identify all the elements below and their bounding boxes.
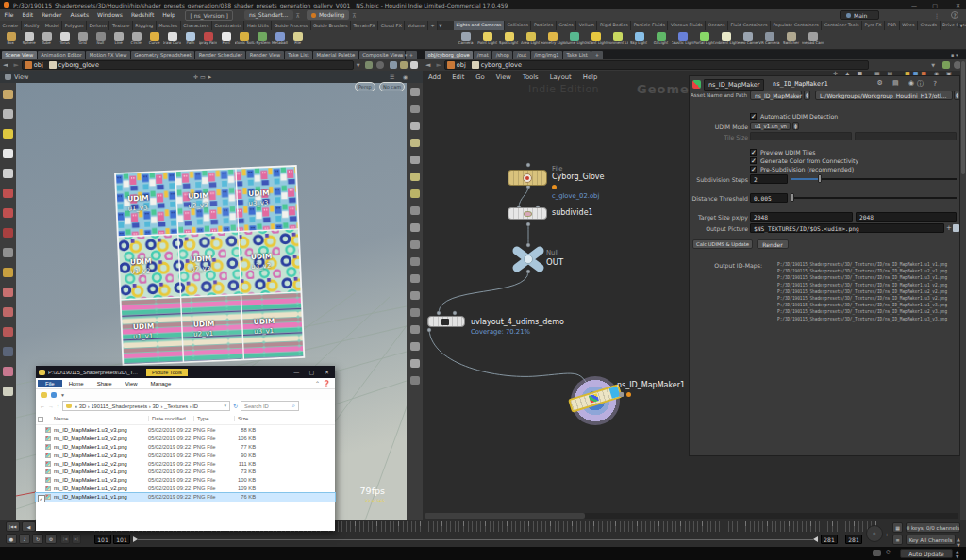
- nav-forward-icon[interactable]: →: [48, 404, 54, 409]
- pane-tab[interactable]: Geometry Spreadsheet: [131, 51, 194, 59]
- shelf-tab[interactable]: Guide Brushes: [311, 21, 351, 30]
- shelf-tool[interactable]: Torus: [56, 31, 74, 45]
- share-tab[interactable]: Share: [91, 380, 119, 387]
- shelf-tab[interactable]: Grains: [557, 21, 577, 30]
- net-path-node[interactable]: cyborg_glove: [481, 61, 522, 69]
- ns_ID_MapMaker1.u3_v1.png[interactable]: ns_ID_MapMaker1.u3_v1.png 05/02/2019 09:…: [36, 443, 335, 452]
- forward-icon[interactable]: ►: [10, 61, 21, 69]
- shelf-tab[interactable]: Particles: [531, 21, 556, 30]
- shelf-tool[interactable]: Switcher: [780, 31, 802, 45]
- playback-start-field[interactable]: 101: [113, 535, 130, 544]
- shelf-tab[interactable]: Volume: [405, 21, 428, 30]
- multi-icon[interactable]: [410, 223, 420, 232]
- network-menu-item[interactable]: Go: [470, 74, 490, 81]
- pane-tab[interactable]: Take List: [563, 51, 591, 59]
- kebab-menu-icon[interactable]: ⋮: [934, 12, 940, 19]
- file-tab[interactable]: File: [38, 380, 62, 387]
- tile-size-x-field[interactable]: [750, 132, 852, 140]
- file-node-label[interactable]: Cyborg_Glove: [552, 173, 605, 181]
- menu-item[interactable]: File: [0, 9, 18, 21]
- box-select-icon[interactable]: [3, 169, 13, 178]
- date-column[interactable]: Date modified: [148, 416, 186, 421]
- paint-icon[interactable]: [3, 327, 13, 337]
- maximize-button[interactable]: ▢: [932, 2, 938, 8]
- net-forward-icon[interactable]: ►: [433, 61, 443, 69]
- normals-icon[interactable]: [410, 274, 420, 283]
- asset-path-spinner[interactable]: ▲▼: [954, 91, 960, 100]
- shelf-tab[interactable]: Vellum: [576, 21, 597, 30]
- menu-item[interactable]: Assets: [66, 9, 93, 21]
- shelf-tab[interactable]: Polygon: [62, 21, 87, 30]
- shelf-tool[interactable]: Spray Paint: [199, 31, 217, 45]
- shelf-tool[interactable]: Geometry Light: [541, 31, 563, 45]
- sculpt-icon[interactable]: [3, 307, 13, 317]
- preview-udim-checkbox[interactable]: ✓: [750, 149, 757, 156]
- shelf-tool[interactable]: Curve: [145, 31, 163, 45]
- close-button[interactable]: ✕: [956, 2, 960, 8]
- pane-tab[interactable]: /shop: [492, 51, 512, 59]
- shelf-tab[interactable]: Crowds: [918, 21, 941, 30]
- menu-item[interactable]: Redshift: [126, 9, 158, 21]
- address-dropdown-icon[interactable]: ▼: [224, 404, 229, 408]
- pane-tab[interactable]: Motion FX View: [86, 51, 130, 59]
- shelf-tab[interactable]: TerrainFX: [351, 21, 378, 30]
- play-reverse-button[interactable]: ◀: [22, 521, 36, 532]
- playback-end-field[interactable]: 281: [821, 535, 838, 544]
- layout-icon[interactable]: [410, 88, 420, 96]
- viewbar-center-icons[interactable]: ✛ ▭ ➤: [193, 74, 212, 80]
- playbar-zoom-control[interactable]: ⌕: [866, 525, 883, 542]
- pane-tab[interactable]: Render Scheduler: [195, 51, 245, 59]
- pane-split-icon-right[interactable]: ▪ ▾: [951, 52, 958, 58]
- ns_ID_MapMaker1.u3_v3.png[interactable]: ns_ID_MapMaker1.u3_v3.png 05/02/2019 09:…: [36, 426, 335, 435]
- shelf-tab[interactable]: Collisions: [505, 21, 532, 30]
- shelf-tab[interactable]: Deform: [87, 21, 110, 30]
- ns_ID_MapMaker1.u3_v2.png[interactable]: ns_ID_MapMaker1.u3_v2.png 05/02/2019 09:…: [36, 435, 335, 443]
- calc-udims-button[interactable]: Calc UDIMS & Update: [692, 239, 753, 249]
- message-icon[interactable]: [873, 550, 881, 556]
- camera-selector[interactable]: No cam: [379, 82, 405, 91]
- desktop-main-selector[interactable]: Main: [840, 10, 879, 20]
- gen-color-checkbox[interactable]: ✓: [750, 157, 757, 164]
- shelf-tab[interactable]: Create: [0, 21, 22, 30]
- viewbar-help-icon[interactable]: ◉: [403, 74, 408, 80]
- snap-icon[interactable]: [3, 347, 13, 356]
- size-column[interactable]: Size: [234, 416, 248, 421]
- pane-tab[interactable]: Material Palette: [313, 51, 358, 59]
- desktop-tab-1[interactable]: ns_Standart...: [244, 10, 293, 20]
- hand-icon[interactable]: [3, 387, 13, 396]
- loop-button[interactable]: ↻: [32, 534, 43, 544]
- network-menu-item[interactable]: View: [491, 74, 517, 81]
- template-icon[interactable]: [410, 325, 420, 334]
- shelf-tool[interactable]: Spot Light: [498, 31, 520, 45]
- pane-tab[interactable]: Animation Editor: [38, 51, 85, 59]
- pin-pane-icon[interactable]: [365, 61, 373, 69]
- pane-tab[interactable]: /mat: [474, 51, 491, 59]
- node-name-field[interactable]: ns_ID_MapMaker1: [773, 80, 828, 88]
- tile-size-y-field[interactable]: [855, 132, 957, 140]
- display-opts-icon[interactable]: [410, 359, 420, 368]
- pane-tab-network[interactable]: obj/cyborg_glove: [425, 51, 473, 59]
- network-hscrollbar[interactable]: [425, 513, 958, 519]
- shelf-tab[interactable]: Particle Fluids: [631, 21, 668, 30]
- group-icon[interactable]: [410, 308, 420, 317]
- shelf-tool[interactable]: Point Light: [476, 31, 498, 45]
- lock-icon[interactable]: [410, 122, 420, 130]
- menu-item[interactable]: Edit: [18, 9, 38, 21]
- shelf-tab[interactable]: Muscles: [157, 21, 181, 30]
- target-y-field[interactable]: 2048: [856, 212, 957, 222]
- global-start-field[interactable]: 101: [94, 535, 111, 544]
- shelf-tool[interactable]: L-System: [253, 31, 271, 45]
- jump-start-button[interactable]: |◀◀: [6, 521, 20, 532]
- shelf-tool[interactable]: Box: [2, 31, 20, 45]
- lamp-icon[interactable]: [410, 139, 420, 147]
- explorer-titlebar[interactable]: P:\3D\190115_Shaderpresets\3D\_Te... Pic…: [36, 366, 335, 378]
- shelf-tool[interactable]: Gamepad Camera: [802, 31, 824, 45]
- network-menu-item[interactable]: Tools: [517, 74, 544, 81]
- view-opts-icon[interactable]: [410, 342, 420, 351]
- shelf-tool[interactable]: Grid: [74, 31, 92, 45]
- subdiv-steps-field[interactable]: 2: [750, 174, 788, 184]
- manage-tab[interactable]: Manage: [144, 380, 178, 387]
- grid-snap-icon[interactable]: [410, 206, 420, 215]
- shelf-tab[interactable]: Rigging: [133, 21, 157, 30]
- snapshot-icon[interactable]: [3, 109, 13, 119]
